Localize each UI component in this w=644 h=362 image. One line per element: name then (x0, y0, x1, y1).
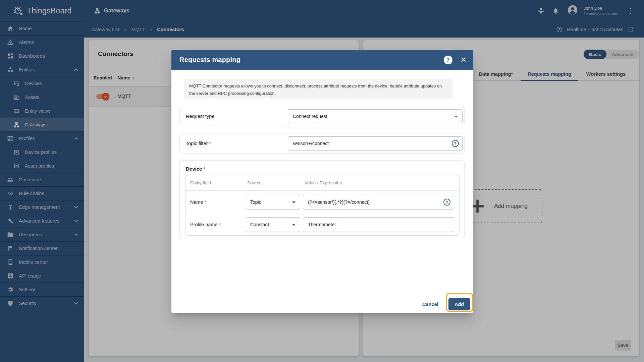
request-type-select[interactable]: Connect request (288, 109, 463, 123)
dialog-header: Requests mapping ? ✕ (171, 50, 473, 70)
request-type-field: Request type Connect request (179, 106, 465, 126)
dialog-body: MQTT Connector requests allows you to co… (171, 70, 473, 313)
name-field-label: Name (190, 199, 206, 205)
app-root: ThingsBoard Gateways John (0, 0, 644, 362)
help-icon[interactable]: ? (443, 199, 450, 206)
name-source-select[interactable]: Topic (246, 195, 300, 209)
device-section-label: Device (186, 166, 205, 172)
profile-source-select[interactable]: Constant (246, 217, 300, 232)
topic-filter-field: Topic filter sensor/+/connect ? (179, 133, 465, 154)
device-section: Device Entity field Source Value / Expre… (179, 160, 465, 239)
request-type-label: Request type (186, 114, 214, 119)
name-expression-input[interactable]: (?<=sensor/)(.*?)(?=/connect) ? (303, 195, 454, 209)
cancel-button[interactable]: Cancel (422, 298, 438, 310)
add-button[interactable]: Add (448, 298, 470, 310)
dialog-description: MQTT Connector requests allows you to co… (184, 79, 453, 99)
chevron-down-icon (292, 201, 296, 203)
column-value-expression: Value / Expression (305, 180, 342, 185)
device-row-profile-name: Profile name Constant Thermometer (185, 214, 459, 236)
requests-mapping-dialog: Requests mapping ? ✕ MQTT Connector requ… (171, 50, 473, 313)
device-row-name: Name Topic (?<=sensor/)(.*?)(?=/connect)… (185, 191, 459, 214)
dialog-help-icon[interactable]: ? (444, 56, 452, 64)
column-source: Source (247, 180, 262, 185)
dialog-title: Requests mapping (179, 56, 444, 64)
device-table: Entity field Source Value / Expression N… (185, 175, 460, 236)
device-table-header: Entity field Source Value / Expression (185, 175, 459, 191)
close-icon[interactable]: ✕ (461, 56, 467, 64)
profile-value-input[interactable]: Thermometer (303, 217, 454, 232)
help-icon[interactable]: ? (452, 140, 459, 147)
topic-filter-input[interactable]: sensor/+/connect ? (288, 136, 463, 150)
topic-filter-label: Topic filter (186, 141, 211, 146)
column-entity-field: Entity field (190, 180, 211, 185)
profile-name-field-label: Profile name (190, 222, 221, 227)
chevron-down-icon (454, 116, 458, 118)
chevron-down-icon (292, 224, 296, 226)
